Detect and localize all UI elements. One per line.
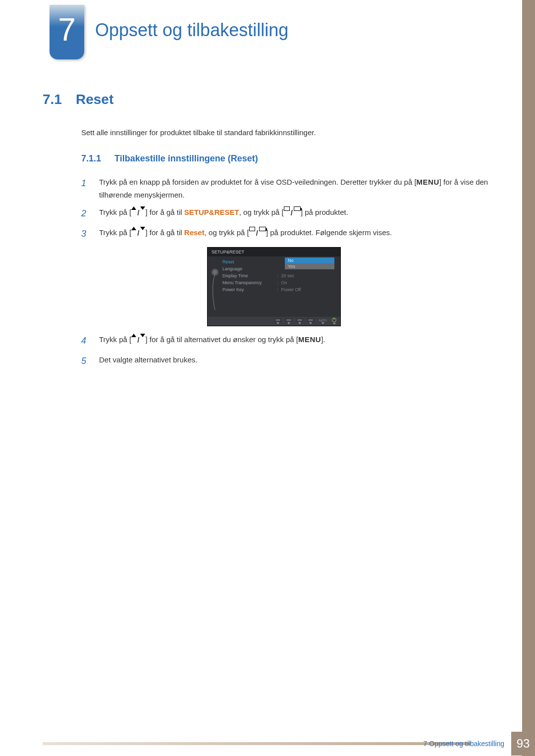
osd-val-power-key: Power Off [281, 287, 301, 292]
input-source-icon: / [249, 227, 266, 240]
footer: 7 Oppsett og tilbakestilling 93 [0, 731, 535, 756]
osd-item-reset: Reset [222, 258, 272, 265]
step-1: 1 Trykk på en knapp på forsiden av produ… [81, 176, 505, 201]
section-heading: 7.1 Reset [43, 92, 505, 107]
page-number: 93 [511, 732, 535, 756]
setup-reset-label: SETUP&RESET [184, 208, 239, 216]
subsection-heading: 7.1.1 Tilbakestille innstillingene (Rese… [81, 153, 505, 164]
step-text: Trykk på [/] for å gå til alternativet d… [99, 333, 325, 349]
steps-list: 1 Trykk på en knapp på forsiden av produ… [81, 176, 505, 241]
up-down-arrows-icon: / [131, 227, 145, 240]
osd-btn-enter-icon [308, 318, 314, 324]
osd-title: SETUP&RESET [208, 248, 340, 256]
step-text: Trykk på [/] for å gå til SETUP&RESET, o… [99, 206, 348, 221]
step-4: 4 Trykk på [/] for å gå til alternativet… [81, 333, 505, 349]
osd-val-menu-transparency: On [281, 280, 287, 285]
svg-point-0 [213, 270, 217, 275]
section-number: 7.1 [43, 92, 62, 107]
step-number: 2 [81, 206, 90, 221]
footer-divider [43, 742, 471, 745]
step-number: 4 [81, 333, 90, 349]
osd-btn-down-icon [286, 318, 292, 324]
osd-option-yes: Yes [285, 263, 334, 269]
osd-btn-back-icon [275, 318, 281, 324]
osd-item-language: Language [222, 265, 272, 272]
step-number: 3 [81, 226, 90, 242]
step-number: 5 [81, 353, 90, 369]
footer-chapter-ref: 7 Oppsett og tilbakestilling [424, 740, 504, 748]
osd-bottom-bar: AUTO [208, 317, 340, 326]
step-text: Det valgte alternativet brukes. [99, 353, 197, 369]
subsection-title: Tilbakestille innstillingene (Reset) [114, 153, 258, 163]
osd-screenshot: SETUP&RESET Reset Language Display Time … [207, 247, 341, 326]
section-7-1: 7.1 Reset Sett alle innstillinger for pr… [43, 92, 505, 373]
step-2: 2 Trykk på [/] for å gå til SETUP&RESET,… [81, 206, 505, 221]
chapter-number-tab: 7 [50, 5, 84, 59]
osd-item-display-time: Display Time [222, 272, 272, 279]
chapter-title: Oppsett og tilbakestilling [95, 20, 288, 41]
osd-option-no: No [285, 257, 334, 263]
up-down-arrows-icon: / [131, 206, 145, 219]
osd-item-power-key: Power Key [222, 286, 272, 293]
osd-item-menu-transparency: Menu Transparency [222, 279, 272, 286]
osd-btn-up-icon [297, 318, 303, 324]
section-title: Reset [76, 92, 113, 107]
section-intro: Sett alle innstillinger for produktet ti… [81, 128, 505, 137]
step-text: Trykk på en knapp på forsiden av produkt… [99, 176, 505, 201]
input-source-icon: / [284, 206, 301, 219]
osd-val-display-time: 20 sec [281, 273, 295, 278]
osd-btn-auto: AUTO [319, 319, 327, 324]
menu-label: MENU [298, 335, 321, 344]
step-number: 1 [81, 176, 90, 201]
step-5: 5 Det valgte alternativet brukes. [81, 353, 505, 369]
side-strip [522, 0, 535, 756]
page: 7 Oppsett og tilbakestilling 7.1 Reset S… [0, 0, 535, 756]
step-3: 3 Trykk på [/] for å gå til Reset, og tr… [81, 226, 505, 242]
chapter-header: 7 Oppsett og tilbakestilling [0, 0, 535, 5]
steps-list-2: 4 Trykk på [/] for å gå til alternativet… [81, 333, 505, 368]
osd-side-icon [211, 267, 219, 312]
step-text: Trykk på [/] for å gå til Reset, og tryk… [99, 226, 392, 242]
osd-menu-list: Reset Language Display Time Menu Transpa… [222, 258, 272, 293]
osd-btn-power-icon [332, 318, 336, 325]
osd-options: No Yes [285, 257, 334, 269]
up-down-arrows-icon: / [131, 334, 145, 347]
subsection-number: 7.1.1 [81, 153, 101, 163]
menu-label: MENU [417, 178, 439, 186]
reset-label: Reset [184, 228, 205, 237]
